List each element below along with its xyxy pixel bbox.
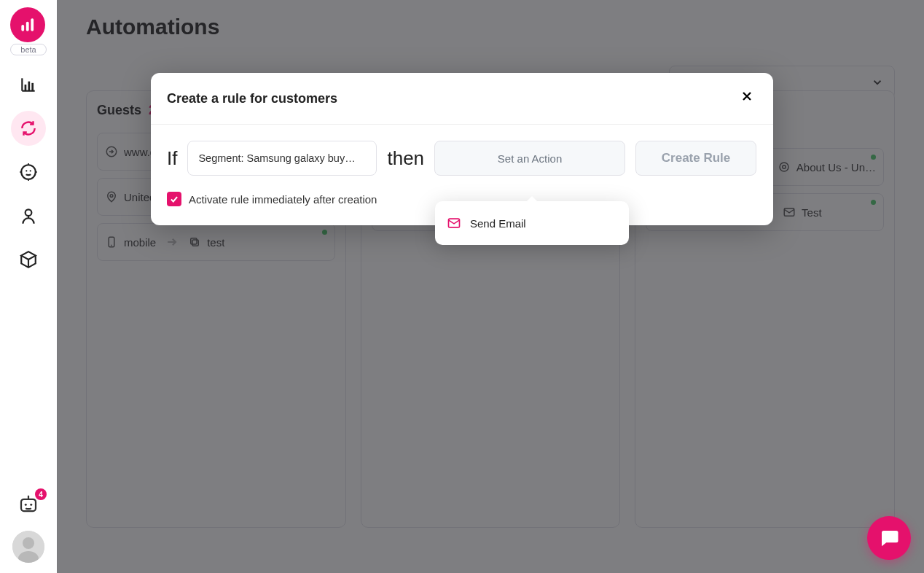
create-rule-modal: Create a rule for customers If Segment: … bbox=[151, 73, 773, 225]
segment-select[interactable]: Segment: Samsung galaxy buy… bbox=[187, 141, 377, 176]
modal-header: Create a rule for customers bbox=[151, 73, 773, 125]
bot-button[interactable]: 4 bbox=[17, 493, 39, 518]
target-face-icon bbox=[19, 163, 38, 182]
sidebar: beta bbox=[0, 0, 57, 573]
chat-icon bbox=[878, 527, 900, 549]
nav-products[interactable] bbox=[11, 242, 46, 277]
close-icon bbox=[740, 89, 754, 104]
svg-point-12 bbox=[30, 504, 32, 506]
dropdown-item-label: Send Email bbox=[470, 217, 526, 230]
modal-close-button[interactable] bbox=[737, 86, 757, 111]
nav-automations[interactable] bbox=[11, 111, 46, 146]
activate-checkbox[interactable] bbox=[167, 192, 181, 206]
logo-bars-icon bbox=[18, 15, 37, 34]
nav-customers[interactable] bbox=[11, 198, 46, 233]
then-keyword: then bbox=[387, 147, 424, 170]
svg-rect-2 bbox=[31, 18, 34, 31]
sync-icon bbox=[19, 119, 38, 138]
svg-point-7 bbox=[26, 170, 27, 171]
action-dropdown: Send Email bbox=[435, 201, 629, 245]
cube-icon bbox=[19, 250, 38, 269]
sidebar-bottom: 4 bbox=[12, 493, 44, 563]
avatar-image bbox=[12, 531, 44, 563]
dropdown-item-send-email[interactable]: Send Email bbox=[435, 206, 629, 241]
modal-body: If Segment: Samsung galaxy buy… then Set… bbox=[151, 125, 773, 225]
svg-point-6 bbox=[21, 165, 36, 179]
beta-badge: beta bbox=[10, 44, 47, 55]
svg-rect-4 bbox=[28, 82, 30, 91]
create-rule-button[interactable]: Create Rule bbox=[635, 141, 756, 176]
nav-segments[interactable] bbox=[11, 155, 46, 190]
bar-chart-icon bbox=[19, 75, 38, 94]
svg-point-9 bbox=[26, 209, 32, 216]
nav-list bbox=[11, 67, 46, 277]
action-select[interactable]: Set an Action bbox=[434, 141, 625, 176]
svg-rect-1 bbox=[26, 22, 29, 31]
chat-fab[interactable] bbox=[867, 516, 911, 560]
activate-label: Activate rule immediately after creation bbox=[189, 193, 377, 206]
nav-analytics[interactable] bbox=[11, 67, 46, 102]
action-placeholder: Set an Action bbox=[498, 152, 562, 165]
rule-builder-row: If Segment: Samsung galaxy buy… then Set… bbox=[167, 141, 757, 176]
modal-title: Create a rule for customers bbox=[167, 91, 337, 106]
svg-rect-5 bbox=[31, 83, 34, 91]
svg-point-14 bbox=[23, 537, 34, 549]
segment-value: Segment: Samsung galaxy buy… bbox=[198, 152, 355, 164]
svg-rect-0 bbox=[21, 25, 24, 31]
check-icon bbox=[169, 194, 179, 204]
logo-circle bbox=[10, 7, 45, 42]
mail-icon bbox=[447, 216, 461, 230]
if-keyword: If bbox=[167, 147, 177, 170]
user-avatar[interactable] bbox=[12, 531, 44, 563]
bot-badge-count: 4 bbox=[35, 488, 47, 500]
customer-icon bbox=[19, 206, 38, 225]
svg-rect-3 bbox=[25, 85, 27, 91]
logo[interactable]: beta bbox=[10, 7, 47, 55]
svg-point-8 bbox=[30, 170, 31, 171]
svg-point-11 bbox=[25, 504, 27, 506]
create-rule-label: Create Rule bbox=[662, 151, 730, 165]
